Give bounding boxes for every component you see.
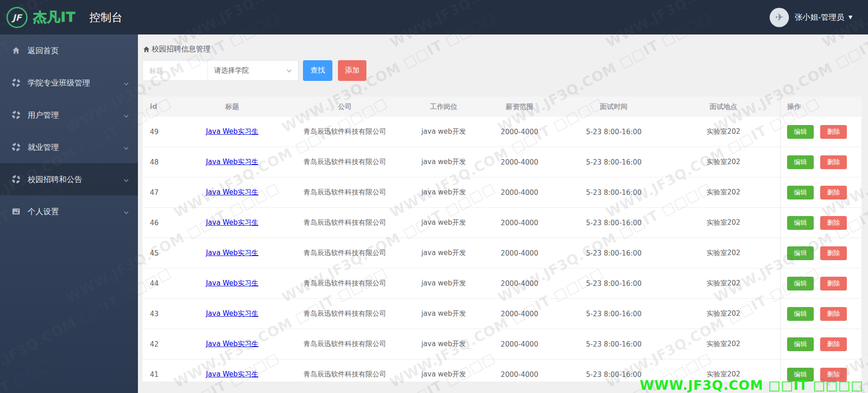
table-row: 41 Java Web实习生 青岛辰迅软件科技有限公司 java web开发 2… [143, 359, 862, 382]
cell-id: 44 [143, 268, 184, 298]
sidebar-item-label: 用户管理 [28, 110, 123, 120]
col-id: id [143, 97, 184, 117]
cell-interview-time: 5-23 8:00-16:00 [561, 117, 667, 147]
delete-button[interactable]: 删除 [820, 216, 847, 230]
edit-button[interactable]: 编辑 [787, 246, 814, 260]
cell-job: java web开发 [409, 299, 478, 329]
home-icon [143, 46, 150, 53]
page-title: 控制台 [90, 10, 123, 25]
cell-company: 青岛辰迅软件科技有限公司 [280, 117, 409, 147]
breadcrumb: 校园招聘信息管理 [143, 45, 868, 54]
cell-interview-place: 实验室202 [667, 329, 780, 359]
cell-job: java web开发 [409, 238, 478, 268]
row-title-link[interactable]: Java Web实习生 [206, 370, 258, 379]
chevron-down-icon [123, 176, 130, 182]
cell-interview-place: 实验室202 [667, 177, 780, 207]
title-search-input[interactable] [143, 61, 207, 80]
cell-company: 青岛辰迅软件科技有限公司 [280, 359, 409, 382]
chevron-down-icon [123, 112, 130, 118]
delete-button[interactable]: 删除 [820, 125, 847, 139]
row-title-link[interactable]: Java Web实习生 [206, 249, 258, 257]
row-title-link[interactable]: Java Web实习生 [206, 279, 258, 288]
table-row: 46 Java Web实习生 青岛辰迅软件科技有限公司 java web开发 2… [143, 208, 862, 238]
cell-job: java web开发 [409, 117, 478, 147]
col-actions: 操作 [780, 97, 862, 117]
cell-company: 青岛辰迅软件科技有限公司 [280, 208, 409, 238]
college-select[interactable]: 请选择学院 [208, 61, 298, 80]
avatar[interactable]: ✈ [770, 8, 789, 27]
delete-button[interactable]: 删除 [820, 186, 847, 199]
breadcrumb-label: 校园招聘信息管理 [152, 45, 211, 54]
cell-company: 青岛辰迅软件科技有限公司 [280, 268, 409, 298]
cell-id: 48 [143, 147, 184, 177]
cell-id: 41 [143, 359, 184, 382]
cell-interview-time: 5-23 8:00-16:00 [561, 359, 667, 382]
home-icon [11, 46, 21, 56]
delete-button[interactable]: 删除 [820, 307, 847, 321]
delete-button[interactable]: 删除 [820, 277, 847, 290]
cell-id: 42 [143, 329, 184, 359]
sidebar-item-employment-management[interactable]: 就业管理 [0, 131, 138, 163]
search-button[interactable]: 查找 [303, 60, 332, 81]
table-row: 47 Java Web实习生 青岛辰迅软件科技有限公司 java web开发 2… [143, 177, 862, 208]
sidebar: 返回首页 学院专业班级管理 用户管理 就业管理 校园招聘和公告 个人设置 [0, 34, 138, 393]
cell-interview-time: 5-23 8:00-16:00 [561, 238, 667, 268]
sidebar-item-home[interactable]: 返回首页 [0, 34, 138, 67]
delete-button[interactable]: 删除 [820, 337, 847, 351]
delete-button[interactable]: 删除 [820, 155, 847, 169]
row-title-link[interactable]: Java Web实习生 [206, 218, 258, 227]
edit-button[interactable]: 编辑 [787, 368, 814, 382]
table-row: 43 Java Web实习生 青岛辰迅软件科技有限公司 java web开发 2… [143, 299, 862, 329]
cell-salary: 2000-4000 [478, 238, 561, 268]
cell-interview-place: 实验室202 [667, 147, 780, 177]
add-button[interactable]: 添加 [338, 60, 366, 81]
sidebar-item-college-major-class[interactable]: 学院专业班级管理 [0, 67, 138, 99]
cell-interview-place: 实验室202 [667, 299, 780, 329]
delete-button[interactable]: 删除 [820, 246, 847, 260]
col-job: 工作岗位 [409, 97, 478, 117]
cell-interview-place: 实验室202 [667, 359, 780, 382]
row-title-link[interactable]: Java Web实习生 [206, 309, 258, 318]
row-title-link[interactable]: Java Web实习生 [206, 158, 258, 166]
cell-interview-time: 5-23 8:00-16:00 [561, 177, 667, 207]
cell-id: 43 [143, 299, 184, 329]
sidebar-item-personal-settings[interactable]: 个人设置 [0, 195, 138, 228]
delete-button[interactable]: 删除 [820, 368, 847, 382]
cell-company: 青岛辰迅软件科技有限公司 [280, 147, 409, 177]
edit-button[interactable]: 编辑 [787, 337, 814, 351]
cell-job: java web开发 [409, 208, 478, 238]
edit-button[interactable]: 编辑 [787, 216, 814, 230]
main-content: 校园招聘信息管理 请选择学院 查找 添加 id 标题 公司 工作岗位 薪资范围 … [138, 34, 868, 393]
table-row: 42 Java Web实习生 青岛辰迅软件科技有限公司 java web开发 2… [143, 329, 862, 359]
chevron-down-icon[interactable]: ▼ [849, 14, 852, 20]
lifebuoy-icon [11, 110, 21, 120]
cell-salary: 2000-4000 [478, 268, 561, 298]
logo-icon: JF [6, 7, 28, 28]
cell-interview-place: 实验室202 [667, 208, 780, 238]
user-name[interactable]: 张小姐-管理员 [794, 12, 844, 23]
edit-button[interactable]: 编辑 [787, 307, 814, 321]
lifebuoy-icon [11, 174, 21, 184]
edit-button[interactable]: 编辑 [787, 277, 814, 290]
row-title-link[interactable]: Java Web实习生 [206, 127, 258, 136]
cell-interview-time: 5-23 8:00-16:00 [561, 147, 667, 177]
sidebar-item-campus-recruit-notice[interactable]: 校园招聘和公告 [0, 163, 138, 195]
cell-interview-time: 5-23 8:00-16:00 [561, 329, 667, 359]
table-row: 44 Java Web实习生 青岛辰迅软件科技有限公司 java web开发 2… [143, 268, 862, 299]
row-title-link[interactable]: Java Web实习生 [206, 340, 258, 348]
row-title-link[interactable]: Java Web实习生 [206, 188, 258, 197]
topbar: JF 杰凡IT 控制台 ✈ 张小姐-管理员 ▼ [0, 0, 868, 34]
chevron-down-icon [286, 68, 292, 74]
lifebuoy-icon [11, 142, 21, 152]
sidebar-item-user-management[interactable]: 用户管理 [0, 99, 138, 131]
cell-id: 46 [143, 208, 184, 238]
sidebar-item-label: 就业管理 [28, 142, 123, 153]
edit-button[interactable]: 编辑 [787, 125, 814, 139]
cell-interview-time: 5-23 8:00-16:00 [561, 208, 667, 238]
cell-company: 青岛辰迅软件科技有限公司 [280, 299, 409, 329]
chevron-down-icon [123, 144, 130, 150]
cell-interview-time: 5-23 8:00-16:00 [561, 268, 667, 298]
edit-button[interactable]: 编辑 [787, 186, 814, 199]
edit-button[interactable]: 编辑 [787, 155, 814, 169]
cell-job: java web开发 [409, 329, 478, 359]
